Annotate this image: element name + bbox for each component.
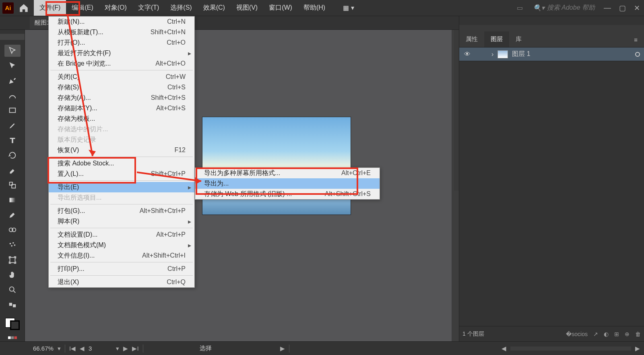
status-dropdown-icon[interactable]: ▶	[280, 345, 285, 352]
placed-image[interactable]	[202, 117, 351, 215]
hand-tool[interactable]	[4, 269, 21, 281]
tab-properties[interactable]: 属性	[459, 31, 484, 47]
file-menu-item-0[interactable]: 新建(N)...Ctrl+N	[49, 17, 194, 27]
curvature-tool[interactable]	[4, 90, 21, 101]
fill-stroke[interactable]	[4, 317, 21, 331]
layer-name[interactable]: 图层 1	[512, 50, 530, 58]
zoom-tool[interactable]	[4, 284, 21, 295]
scale-tool[interactable]	[4, 180, 21, 191]
file-menu-item-30[interactable]: 退出(X)Ctrl+Q	[49, 277, 194, 287]
menu-select[interactable]: 选择(S)	[165, 0, 197, 16]
export-icon[interactable]: ↗	[593, 331, 598, 337]
tab-libraries[interactable]: 库	[509, 31, 528, 47]
layer-target-icon[interactable]	[635, 52, 640, 57]
eyedropper-tool[interactable]	[4, 209, 21, 221]
direct-selection-tool[interactable]	[4, 60, 21, 72]
file-menu-item-26[interactable]: 文件信息(I)...Alt+Shift+Ctrl+I	[49, 250, 194, 261]
collapsed-panel-strip[interactable]	[454, 30, 459, 191]
panel-menu-icon[interactable]: ≡	[627, 32, 644, 47]
arrange-icon[interactable]: ▭	[511, 4, 528, 12]
svg-rect-12	[9, 303, 12, 306]
menu-effect[interactable]: 效果(C)	[198, 0, 231, 16]
maximize-button[interactable]: ▢	[615, 4, 630, 12]
paintbrush-tool[interactable]	[4, 120, 21, 131]
svg-rect-14	[8, 336, 11, 339]
ruler-toggle[interactable]	[0, 34, 25, 40]
file-menu-item-6[interactable]: 关闭(C)Ctrl+W	[49, 72, 194, 82]
search-placeholder: 搜索 Adobe 帮助	[547, 4, 595, 12]
file-menu-item-16[interactable]: 置入(L)...Shift+Ctrl+P	[49, 169, 194, 179]
artboard-dropdown-icon[interactable]: ▾	[116, 345, 119, 352]
new-layer-icon[interactable]: ⊕	[625, 331, 630, 337]
file-menu-item-24[interactable]: 文档设置(D)...Alt+Ctrl+P	[49, 229, 194, 240]
file-menu-item-18[interactable]: 导出(E)▸	[49, 182, 194, 192]
type-tool[interactable]	[4, 134, 21, 146]
file-menu-dropdown: 新建(N)...Ctrl+N从模板新建(T)...Shift+Ctrl+N打开(…	[48, 16, 195, 288]
file-menu-item-4[interactable]: 在 Bridge 中浏览...Alt+Ctrl+O	[49, 58, 194, 69]
close-button[interactable]: ✕	[630, 4, 644, 12]
eraser-tool[interactable]	[4, 164, 21, 176]
toggle-icon[interactable]	[4, 299, 21, 311]
pen-tool[interactable]	[4, 75, 21, 87]
file-menu-item-7[interactable]: 存储(S)Ctrl+S	[49, 82, 194, 93]
last-artboard-icon[interactable]: ▶I	[132, 345, 138, 352]
export-menu-item-0[interactable]: 导出为多种屏幕所用格式...Alt+Ctrl+E	[195, 168, 380, 178]
menu-window[interactable]: 窗口(W)	[263, 0, 298, 16]
search-help[interactable]: 🔍▾ 搜索 Adobe 帮助	[533, 4, 595, 12]
svg-rect-0	[9, 108, 15, 113]
svg-rect-10	[10, 257, 15, 262]
artboard-tool[interactable]	[4, 254, 21, 266]
color-mode-icon[interactable]	[4, 334, 21, 341]
menu-object[interactable]: 对象(O)	[99, 0, 132, 16]
file-menu-item-2[interactable]: 打开(O)...Ctrl+O	[49, 37, 194, 48]
file-menu-item-1[interactable]: 从模板新建(T)...Shift+Ctrl+N	[49, 27, 194, 37]
chevron-right-icon[interactable]: ›	[491, 51, 493, 58]
selection-tool[interactable]	[4, 45, 21, 56]
rectangle-tool[interactable]	[4, 105, 21, 116]
first-artboard-icon[interactable]: I◀	[69, 345, 76, 352]
file-menu-item-13[interactable]: 恢复(V)F12	[49, 145, 194, 155]
zoom-level[interactable]: 66.67%	[33, 345, 54, 352]
menu-help[interactable]: 帮助(H)	[298, 0, 331, 16]
layer-thumbnail	[497, 50, 508, 58]
panel-tabbar: 属性 图层 库 ≡	[459, 25, 644, 47]
file-menu-item-9[interactable]: 存储副本(Y)...Alt+Ctrl+S	[49, 103, 194, 114]
symbol-sprayer-tool[interactable]	[4, 239, 21, 251]
blend-tool[interactable]	[4, 224, 21, 236]
file-menu-item-22[interactable]: 脚本(R)▸	[49, 216, 194, 227]
menu-view[interactable]: 视图(V)	[231, 0, 263, 16]
file-menu-item-11: 存储选中的切片...	[49, 124, 194, 134]
svg-rect-16	[14, 336, 17, 339]
delete-icon[interactable]: 🗑	[635, 331, 641, 337]
app-logo: Ai	[2, 2, 14, 14]
menu-edit[interactable]: 编辑(E)	[66, 0, 99, 16]
minimize-button[interactable]: —	[600, 4, 615, 12]
layer-row[interactable]: 👁 › 图层 1	[459, 47, 644, 61]
gradient-tool[interactable]	[4, 194, 21, 206]
locate-icon[interactable]: �socios	[566, 331, 588, 337]
mask-icon[interactable]: ◐	[604, 331, 609, 337]
file-menu-item-10[interactable]: 存储为模板...	[49, 114, 194, 124]
menu-file[interactable]: 文件(F)	[34, 0, 66, 16]
file-menu-item-28[interactable]: 打印(P)...Ctrl+P	[49, 264, 194, 274]
svg-point-7	[12, 242, 14, 244]
zoom-dropdown-icon[interactable]: ▾	[58, 345, 61, 352]
file-menu-item-3[interactable]: 最近打开的文件(F)▸	[49, 48, 194, 58]
menubar: Ai 文件(F) 编辑(E) 对象(O) 文字(T) 选择(S) 效果(C) 视…	[0, 0, 644, 16]
file-menu-item-25[interactable]: 文档颜色模式(M)▸	[49, 240, 194, 250]
file-menu-item-15[interactable]: 搜索 Adobe Stock...	[49, 158, 194, 169]
prev-artboard-icon[interactable]: ◀	[80, 345, 85, 352]
export-menu-item-1[interactable]: 导出为...	[195, 178, 380, 189]
artboard-number[interactable]: 3	[89, 345, 92, 352]
file-menu-item-8[interactable]: 存储为(A)...Shift+Ctrl+S	[49, 93, 194, 103]
rotate-tool[interactable]	[4, 149, 21, 161]
next-artboard-icon[interactable]: ▶	[123, 345, 128, 352]
file-menu-item-21[interactable]: 打包(G)...Alt+Shift+Ctrl+P	[49, 206, 194, 216]
sublayer-icon[interactable]: ⊞	[614, 331, 619, 337]
menu-type[interactable]: 文字(T)	[132, 0, 165, 16]
home-icon[interactable]	[19, 3, 29, 13]
visibility-icon[interactable]: 👁	[463, 51, 471, 58]
right-panel: 属性 图层 库 ≡ 👁 › 图层 1 1 个图层 �socios ↗ ◐ ⊞ ⊕…	[459, 16, 644, 341]
tab-layers[interactable]: 图层	[484, 31, 509, 47]
export-menu-item-2[interactable]: 存储为 Web 所用格式 (旧版) ...Alt+Shift+Ctrl+S	[195, 189, 380, 199]
